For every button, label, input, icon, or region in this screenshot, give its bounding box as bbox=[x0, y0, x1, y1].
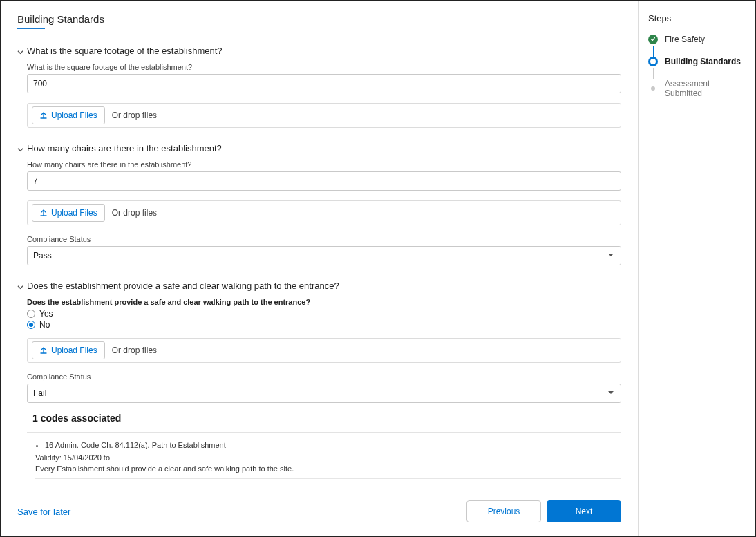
compliance-label: Compliance Status bbox=[27, 373, 621, 381]
chevron-down-icon bbox=[17, 282, 23, 288]
upload-files-button[interactable]: Upload Files bbox=[32, 341, 105, 359]
question-header[interactable]: How many chairs are there in the establi… bbox=[17, 143, 621, 153]
step-fire-safety[interactable]: Fire Safety bbox=[648, 35, 748, 44]
current-step-icon bbox=[648, 57, 658, 66]
question-walking-path: Does the establishment provide a safe an… bbox=[17, 281, 621, 479]
question-title: How many chairs are there in the establi… bbox=[27, 143, 222, 153]
compliance-label: Compliance Status bbox=[27, 235, 621, 243]
divider bbox=[35, 478, 621, 479]
chairs-input[interactable] bbox=[27, 171, 621, 191]
drop-hint: Or drop files bbox=[109, 104, 157, 127]
radio-option-yes[interactable]: Yes bbox=[27, 309, 621, 319]
compliance-value: Fail bbox=[27, 384, 621, 403]
radio-icon bbox=[27, 310, 35, 318]
field-label: Does the establishment provide a safe an… bbox=[27, 298, 621, 306]
question-title: What is the square footage of the establ… bbox=[27, 46, 223, 56]
question-header[interactable]: Does the establishment provide a safe an… bbox=[17, 281, 621, 291]
radio-label: Yes bbox=[39, 309, 53, 319]
save-for-later-link[interactable]: Save for later bbox=[17, 507, 70, 517]
title-underline bbox=[17, 28, 45, 29]
code-description: Every Establishment should provide a cle… bbox=[35, 464, 621, 473]
file-upload-area[interactable]: Upload Files Or drop files bbox=[27, 200, 621, 225]
codes-list: 16 Admin. Code Ch. 84.112(a). Path to Es… bbox=[27, 441, 621, 449]
question-square-footage: What is the square footage of the establ… bbox=[17, 46, 621, 128]
step-connector bbox=[653, 68, 654, 79]
drop-hint: Or drop files bbox=[109, 339, 157, 362]
question-chairs: How many chairs are there in the establi… bbox=[17, 143, 621, 265]
upload-icon bbox=[39, 209, 48, 217]
square-footage-input[interactable] bbox=[27, 74, 621, 93]
upload-icon bbox=[39, 111, 48, 120]
field-label: How many chairs are there in the establi… bbox=[27, 160, 621, 169]
chevron-down-icon bbox=[17, 47, 23, 53]
form-content: What is the square footage of the establ… bbox=[17, 46, 621, 488]
upload-files-button[interactable]: Upload Files bbox=[32, 106, 105, 124]
step-label: Fire Safety bbox=[665, 35, 705, 44]
steps-title: Steps bbox=[648, 13, 748, 23]
compliance-select[interactable]: Pass bbox=[27, 246, 621, 265]
file-upload-area[interactable]: Upload Files Or drop files bbox=[27, 103, 621, 128]
file-upload-area[interactable]: Upload Files Or drop files bbox=[27, 338, 621, 363]
radio-label: No bbox=[39, 320, 50, 330]
code-item-title: 16 Admin. Code Ch. 84.112(a). Path to Es… bbox=[45, 441, 621, 449]
field-label: What is the square footage of the establ… bbox=[27, 63, 621, 71]
step-connector bbox=[653, 46, 654, 57]
divider bbox=[27, 432, 621, 433]
footer: Save for later Previous Next bbox=[17, 488, 621, 522]
radio-icon bbox=[27, 321, 35, 329]
code-validity: Validity: 15/04/2020 to bbox=[35, 453, 621, 462]
next-button[interactable]: Next bbox=[547, 500, 621, 522]
step-assessment-submitted[interactable]: Assessment Submitted bbox=[648, 79, 748, 98]
drop-hint: Or drop files bbox=[109, 201, 157, 225]
question-header[interactable]: What is the square footage of the establ… bbox=[17, 46, 621, 56]
radio-option-no[interactable]: No bbox=[27, 320, 621, 330]
chevron-down-icon bbox=[17, 144, 23, 151]
upcoming-step-icon bbox=[651, 86, 655, 91]
previous-button[interactable]: Previous bbox=[466, 500, 541, 522]
upload-files-button[interactable]: Upload Files bbox=[32, 204, 105, 222]
upload-icon bbox=[39, 346, 48, 355]
steps-sidebar: Steps Fire Safety Building Standards Ass… bbox=[638, 1, 755, 536]
compliance-value: Pass bbox=[27, 246, 621, 265]
main-panel: Building Standards What is the square fo… bbox=[1, 1, 638, 536]
step-label: Assessment Submitted bbox=[665, 79, 748, 98]
upload-label: Upload Files bbox=[51, 208, 97, 218]
check-circle-icon bbox=[648, 35, 658, 44]
step-building-standards[interactable]: Building Standards bbox=[648, 57, 748, 66]
page-title: Building Standards bbox=[17, 13, 621, 25]
upload-label: Upload Files bbox=[51, 111, 97, 120]
radio-group: Yes No bbox=[27, 309, 621, 330]
codes-heading: 1 codes associated bbox=[32, 413, 621, 424]
question-title: Does the establishment provide a safe an… bbox=[27, 281, 339, 291]
compliance-select[interactable]: Fail bbox=[27, 384, 621, 403]
upload-label: Upload Files bbox=[51, 346, 97, 355]
step-label: Building Standards bbox=[665, 57, 741, 66]
